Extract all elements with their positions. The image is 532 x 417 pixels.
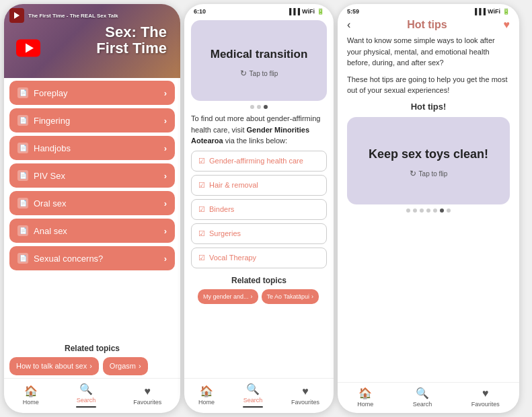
- status-icons-3: ▐▐▐ WiFi 🔋: [473, 8, 510, 15]
- chip-gender[interactable]: My gender and... ›: [198, 289, 258, 305]
- related-chips: How to talk about sex › Orgasm ›: [9, 357, 175, 375]
- link-checkbox-icon-1: ☑: [198, 157, 205, 165]
- chip-te-ao-chevron: ›: [311, 293, 313, 301]
- menu-label-handjobs: Handjobs: [34, 143, 71, 153]
- menu-label-concerns: Sexual concerns?: [34, 254, 103, 264]
- chip-talk[interactable]: How to talk about sex ›: [9, 357, 99, 375]
- nav-home-2[interactable]: 🏠 Home: [198, 385, 215, 406]
- favs-icon-2: ♥: [302, 385, 309, 397]
- status-time-3: 5:59: [347, 8, 359, 15]
- video-title-text: Sex: TheFirst Time: [96, 24, 174, 56]
- chevron-icon-fingering: ›: [164, 116, 167, 126]
- channel-title: The First Time - The REAL Sex Talk: [28, 13, 118, 19]
- link-hair[interactable]: ☑ Hair & removal: [191, 175, 327, 196]
- nav-home-1[interactable]: 🏠 Home: [23, 385, 39, 406]
- tip-dot-5: [433, 208, 437, 213]
- related-title: Related topics: [9, 344, 175, 353]
- menu-item-pivsex[interactable]: 📄 PIV Sex ›: [9, 163, 175, 188]
- tip-dot-3: [420, 208, 424, 213]
- link-label-1: Gender-affirming health care: [209, 157, 303, 165]
- tip-tap-to-flip[interactable]: ↻ Tap to flip: [410, 169, 448, 178]
- nav-favs-3[interactable]: ♥ Favourites: [471, 387, 500, 408]
- dot-1: [250, 105, 254, 109]
- link-binders[interactable]: ☑ Binders: [191, 199, 327, 220]
- related-chips-2: My gender and... › Te Ao Takatāpui ›: [198, 289, 320, 305]
- bottom-nav-3: 🏠 Home 🔍 Search ♥ Favourites: [338, 382, 519, 413]
- menu-label-fingering: Fingering: [34, 116, 70, 126]
- doc-icon-7: 📄: [17, 253, 28, 264]
- search-label-1: Search: [77, 397, 96, 404]
- doc-icon-4: 📄: [17, 170, 28, 181]
- tip-dot-4: [426, 208, 430, 213]
- menu-item-foreplay[interactable]: 📄 Foreplay ›: [9, 81, 175, 105]
- menu-item-oralsex[interactable]: 📄 Oral sex ›: [9, 191, 175, 215]
- link-surgeries[interactable]: ☑ Surgeries: [191, 223, 327, 244]
- chevron-icon-foreplay: ›: [164, 88, 167, 98]
- link-label-3: Binders: [209, 205, 234, 213]
- desc-suffix: via the links below:: [223, 137, 287, 145]
- tip-dot-6: [440, 208, 444, 213]
- heart-button[interactable]: ♥: [504, 19, 510, 31]
- chip-orgasm[interactable]: Orgasm ›: [103, 357, 148, 375]
- ph3-content: Want to know some simple ways to look af…: [338, 35, 519, 382]
- link-vocal[interactable]: ☑ Vocal Therapy: [191, 248, 327, 268]
- tip-card[interactable]: Keep sex toys clean! ↻ Tap to flip: [347, 117, 510, 204]
- menu-label-pivsex: PIV Sex: [34, 171, 65, 181]
- bottom-nav-1: 🏠 Home 🔍 Search ♥ Favourites: [4, 378, 180, 413]
- chip-te-ao[interactable]: Te Ao Takatāpui ›: [262, 289, 319, 305]
- status-bar-2: 6:10 ▐▐▐ WiFi 🔋: [184, 4, 334, 16]
- tip-carousel-dots: [347, 208, 510, 213]
- home-label-2: Home: [198, 399, 215, 406]
- menu-list: 📄 Foreplay › 📄 Fingering › 📄 Handjobs › …: [4, 78, 180, 340]
- chip-te-ao-label: Te Ao Takatāpui: [267, 293, 309, 301]
- tip-flip-icon: ↻: [410, 169, 416, 178]
- status-time-2: 6:10: [194, 8, 206, 15]
- favs-label-2: Favourites: [291, 399, 319, 406]
- bottom-nav-2: 🏠 Home 🔍 Search ♥ Favourites: [184, 378, 334, 413]
- menu-item-handjobs[interactable]: 📄 Handjobs ›: [9, 136, 175, 160]
- flip-card[interactable]: Medical transition ↻ Tap to flip: [191, 20, 327, 101]
- phone2-content: Medical transition ↻ Tap to flip To find…: [184, 16, 334, 378]
- nav-home-3[interactable]: 🏠 Home: [357, 387, 373, 408]
- phone-3: 5:59 ▐▐▐ WiFi 🔋 ‹ Hot tips ♥ Want to kno…: [338, 4, 519, 413]
- favs-icon-1: ♥: [145, 385, 151, 397]
- chevron-icon-handjobs: ›: [164, 143, 167, 153]
- tip-tap-label: Tap to flip: [419, 170, 448, 178]
- back-button[interactable]: ‹: [347, 19, 350, 31]
- signal-icon-2: ▐▐▐: [287, 8, 300, 15]
- play-button[interactable]: [16, 39, 40, 56]
- link-checkbox-icon-4: ☑: [198, 229, 205, 238]
- page-title: Hot tips: [407, 19, 447, 31]
- related-section: Related topics How to talk about sex › O…: [4, 340, 180, 378]
- search-icon-3: 🔍: [416, 387, 429, 400]
- related-section-2: Related topics My gender and... › Te Ao …: [191, 272, 327, 307]
- desc2: These hot tips are going to help you get…: [347, 74, 510, 96]
- menu-item-concerns[interactable]: 📄 Sexual concerns? ›: [9, 246, 175, 270]
- wifi-icon-2: WiFi: [302, 8, 315, 15]
- nav-favs-1[interactable]: ♥ Favourites: [133, 385, 161, 406]
- link-label-2: Hair & removal: [209, 181, 258, 189]
- channel-logo: [9, 8, 24, 23]
- home-label-1: Home: [23, 399, 39, 406]
- link-gender-affirming[interactable]: ☑ Gender-affirming health care: [191, 151, 327, 172]
- chevron-icon-concerns: ›: [164, 254, 167, 264]
- nav-search-2[interactable]: 🔍 Search: [243, 383, 263, 408]
- menu-item-analsex[interactable]: 📄 Anal sex ›: [9, 219, 175, 243]
- link-checkbox-icon-5: ☑: [198, 254, 205, 262]
- chip-gender-chevron: ›: [251, 293, 253, 301]
- battery-icon-2: 🔋: [317, 8, 324, 15]
- link-label-4: Surgeries: [209, 229, 241, 237]
- tap-to-flip-label: Tap to flip: [250, 70, 278, 77]
- menu-label-analsex: Anal sex: [34, 226, 67, 236]
- menu-item-fingering[interactable]: 📄 Fingering ›: [9, 108, 175, 132]
- search-icon-1: 🔍: [79, 383, 93, 395]
- nav-search-1[interactable]: 🔍 Search: [76, 383, 96, 408]
- nav-favs-2[interactable]: ♥ Favourites: [291, 385, 319, 406]
- link-label-5: Vocal Therapy: [209, 254, 256, 262]
- tap-to-flip[interactable]: ↻ Tap to flip: [240, 69, 278, 78]
- doc-icon-2: 📄: [17, 115, 28, 126]
- search-label-3: Search: [413, 401, 432, 408]
- nav-search-3[interactable]: 🔍 Search: [413, 387, 432, 408]
- menu-label-oralsex: Oral sex: [34, 198, 66, 208]
- chip-talk-label: How to talk about sex: [16, 362, 87, 371]
